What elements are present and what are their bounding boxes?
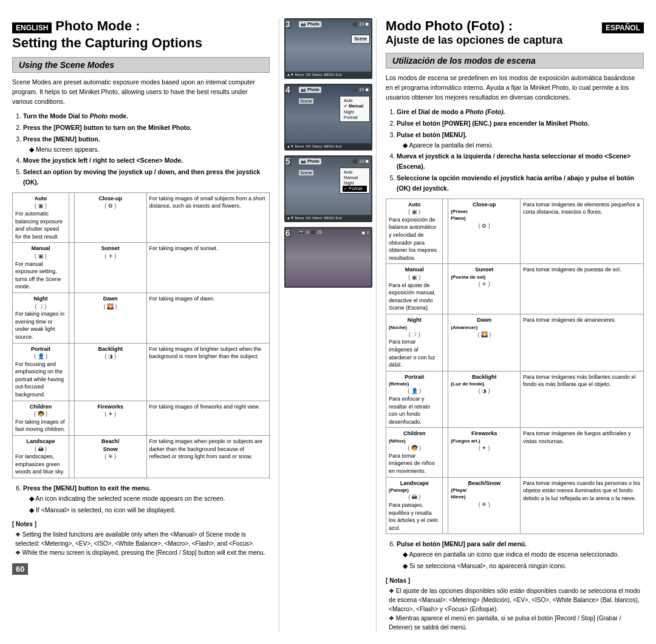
step-4: Move the joystick left / right to select…	[23, 155, 270, 166]
step6-top-bar: 📷 ☷ ⬛ 23 ⏹ ☀	[299, 230, 369, 235]
es-scene-manual-left: Manual ( ▣ ) Para el ajuste de exposició…	[386, 264, 443, 314]
left-title-line2: Setting the Capturing Options	[12, 35, 270, 51]
step6-icon1: 📷	[299, 230, 304, 235]
step6-right-icons: ⏹ ☀	[361, 231, 369, 235]
step-1: Turn the Mode Dial to Photo mode.	[23, 111, 270, 121]
step3-menu-title: Scene	[354, 36, 367, 41]
scene-closeup-label: Close-up ( ✿ )	[75, 192, 146, 243]
es-scene-dawn-label: Dawn (Amanecer) ( 🌄 )	[448, 314, 521, 371]
right-title-line1: Modo Photo (Foto) :	[386, 18, 513, 34]
step4-indicators: ⬛ 23 ⏹	[352, 87, 369, 92]
left-steps: Turn the Mode Dial to Photo mode. Press …	[12, 111, 270, 188]
step-6: Press the [MENU] button to exit the menu…	[23, 483, 270, 515]
right-notes-title: [ Notas ]	[386, 576, 644, 585]
step5-indicators: ⬛ 23 ⏹	[352, 159, 369, 164]
step3-camera-image: 📷 Photo ⬛ 23 ⏹ ▲▼ Move OK Select MENU Ex…	[284, 18, 372, 79]
es-scene-night-desc	[443, 314, 448, 371]
camera-step4: 4 📷 Photo ⬛ 23 ⏹ Scene Auto ✓ Manual Nig…	[284, 84, 371, 151]
es-scene-manual-desc	[443, 264, 448, 314]
scene-landscape-desc	[69, 436, 75, 478]
right-step-3: Pulse el botón [MENU]. Aparece la pantal…	[397, 130, 644, 151]
right-step-2: Pulse el botón [POWER] (ENC.) para encen…	[397, 118, 644, 129]
right-step6-bullet-2: Si se selecciona <Manual>, no aparecerá …	[403, 561, 644, 571]
right-step-5: Seleccione la opción moviendo el joystic…	[397, 173, 644, 194]
camera-step5: 5 📷 Photo ⬛ 23 ⏹ Scene Auto Manual Night…	[284, 155, 371, 222]
es-scene-landscape-left: Landscape (Paisaje) ( 🏔 ) Para paisajes,…	[386, 477, 443, 534]
scene-sunset-label: Sunset ( ☀ )	[75, 243, 146, 293]
es-scene-children-desc	[443, 428, 448, 477]
step5-menu: Auto Manual Night ✓ Portrait	[340, 168, 370, 194]
step4-camera-image: 📷 Photo ⬛ 23 ⏹ Scene Auto ✓ Manual Night…	[284, 84, 372, 151]
step6-num: 6	[285, 228, 290, 238]
step4-menu-portrait: Portrait	[343, 115, 367, 120]
scene-fireworks-desc: For taking images of fireworks and night…	[146, 401, 270, 435]
step3-bottom-bar: ▲▼ Move OK Select MENU Exit	[285, 72, 371, 78]
right-column: Modo Photo (Foto) : ESPAÑOL Ajuste de la…	[377, 18, 644, 632]
step4-menu: Auto ✓ Manual Night Portrait	[340, 96, 370, 122]
es-scene-night-left: Night (Noche) ( ☽ ) Para tomar imágenes …	[386, 314, 443, 371]
step5-ctrl2: OK Select	[306, 216, 322, 220]
step5-ctrl3: MENU Exit	[324, 216, 341, 220]
scene-manual-desc	[69, 243, 75, 293]
right-step-3a: Aparece la pantalla del menú.	[403, 140, 644, 151]
scene-auto-left: Auto ( ▣ ) For automatic balancing expos…	[13, 192, 69, 243]
step5-menu-night: Night	[343, 180, 367, 186]
camera-screenshots-column: 3 📷 Photo ⬛ 23 ⏹ ▲▼ Move OK Select MENU …	[279, 18, 377, 632]
step-6-bullet-2: If <Manual> is selected, no icon will be…	[29, 505, 270, 515]
right-steps: Gire el Dial de modo a Photo (Foto). Pul…	[386, 107, 644, 193]
step-3a: Menu screen appears.	[29, 144, 270, 155]
step4-menu-night: Night	[343, 109, 367, 115]
scene-beach-desc: For taking images when people or subject…	[146, 436, 270, 478]
right-step-1: Gire el Dial de modo a Photo (Foto).	[397, 107, 644, 117]
step5-bottom-bar: ▲▼ Move OK Select MENU Exit	[285, 215, 371, 221]
right-note-1: El ajuste de las opciones disponibles só…	[389, 586, 644, 614]
step3-ctrl3: MENU Exit	[324, 73, 341, 76]
left-notes-title: [ Notes ]	[12, 520, 270, 529]
left-title-line1: Photo Mode :	[55, 18, 140, 34]
page: ENGLISH Photo Mode : Setting the Capturi…	[0, 0, 656, 644]
step3-num: 3	[285, 19, 290, 29]
step4-scene-label: Scene	[299, 98, 313, 104]
right-scene-table: Auto ( ▣ ) Para exposición de balance au…	[386, 198, 644, 535]
es-scene-fireworks-label: Fireworks (Fuegos art.) ( ✦ )	[448, 428, 521, 477]
es-scene-portrait-left: Portrait (Retrato) ( 👤 ) Para enfocar y …	[386, 371, 443, 428]
step4-bottom-bar: ▲▼ Move OK Select MENU Exit	[285, 143, 371, 149]
es-scene-beach-desc: Para tomar imágenes cuando las personas …	[521, 477, 644, 534]
es-scene-sunset-label: Sunset (Puesta de sol) ( ☀ )	[448, 264, 521, 314]
step6-icons: 📷 ☷ ⬛ 23	[299, 230, 322, 235]
step-5: Select an option by moving the joystick …	[23, 167, 270, 188]
step-6-bullet-1: An icon indicating the selected scene mo…	[29, 493, 270, 504]
scene-landscape-left: Landscape ( 🏔 ) For landscapes, emphasiz…	[13, 436, 69, 478]
step5-camera-image: 📷 Photo ⬛ 23 ⏹ Scene Auto Manual Night ✓…	[284, 155, 372, 222]
step5-menu-portrait: ✓ Portrait	[343, 186, 367, 192]
step4-ctrl2: OK Select	[306, 144, 322, 148]
right-title-line2: Ajuste de las opciones de captura	[386, 34, 644, 47]
left-section-header: Using the Scene Modes	[12, 57, 270, 73]
espanol-badge: ESPAÑOL	[602, 22, 644, 33]
scene-children-desc	[69, 401, 75, 435]
scene-backlight-desc: For taking images of brighter subject wh…	[146, 343, 270, 401]
left-scene-table: Auto ( ▣ ) For automatic balancing expos…	[12, 192, 270, 478]
step4-num: 4	[285, 85, 290, 95]
right-step6-bullet-1: Aparece en pantalla un icono que indica …	[403, 549, 644, 560]
step3-ctrl1: ▲▼ Move	[287, 73, 304, 76]
scene-portrait-desc	[69, 343, 75, 401]
step4-menu-manual: ✓ Manual	[343, 103, 367, 109]
step4-top-bar: 📷 Photo ⬛ 23 ⏹	[299, 87, 369, 93]
step6-icon3: ⬛	[310, 230, 316, 235]
step6-camera-image: 📷 ☷ ⬛ 23 ⏹ ☀	[284, 227, 372, 288]
step4-ctrl1: ▲▼ Move	[287, 144, 304, 148]
step4-ctrl3: MENU Exit	[324, 144, 341, 148]
right-notes: [ Notas ] El ajuste de las opciones disp…	[386, 576, 644, 632]
es-scene-portrait-desc	[443, 371, 448, 428]
left-intro: Scene Modes are preset automatic exposur…	[12, 78, 270, 106]
es-scene-children-left: Children (Niños) ( 🧒 ) Para tomar imágen…	[386, 428, 443, 477]
scene-auto-desc	[69, 192, 75, 243]
scene-dawn-label: Dawn ( 🌄 )	[75, 293, 146, 343]
es-scene-dawn-desc: Para tomar imágenes de amaneceres.	[521, 314, 644, 371]
camera-step6: 6 📷 ☷ ⬛ 23 ⏹ ☀	[284, 227, 371, 288]
left-header: ENGLISH Photo Mode : Setting the Capturi…	[12, 18, 270, 51]
page-number-area: 60	[12, 563, 270, 575]
es-scene-closeup-label: Close-up (PrimerPlano) ( ✿ )	[448, 198, 521, 264]
step4-photo-label: 📷 Photo	[299, 87, 321, 93]
